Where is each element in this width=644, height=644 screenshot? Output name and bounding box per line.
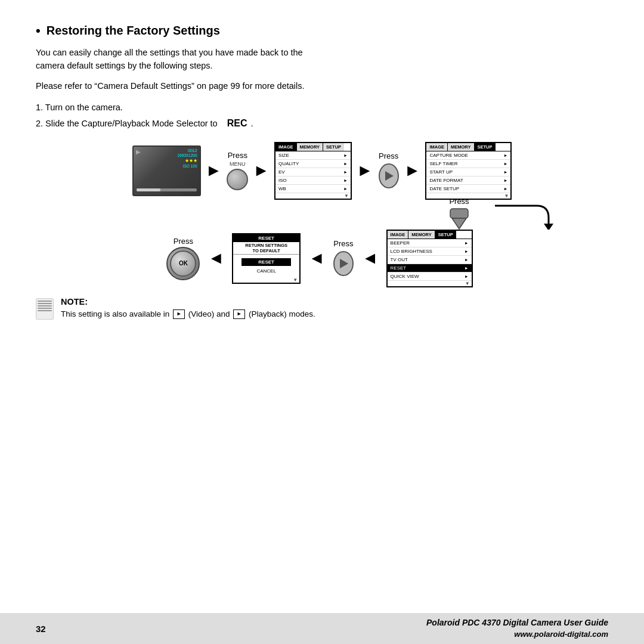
menu1-tab-image: IMAGE (275, 143, 297, 151)
arrow-right-1: ► (206, 162, 222, 179)
reset-title: RESET (233, 234, 299, 242)
diagram-row-1: ▶ 0012 1600X1200 ★★★ ISO 100 ► Press (54, 142, 590, 200)
arrow-right-4: ► (404, 162, 421, 179)
menu3-row-reset: RESET► (388, 264, 472, 273)
menu3-tab-setup: SETUP (435, 231, 456, 239)
menu2-row-startup: START UP► (426, 168, 510, 177)
refer-text: Please refer to “Camera Default Settings… (36, 81, 608, 91)
note-section: NOTE: This setting is also available in … (36, 297, 608, 320)
title-text: Restoring the Factory Settings (47, 24, 220, 38)
menu3-tab-memory: MEMORY (408, 231, 435, 239)
menu3-header: IMAGE MEMORY SETUP (388, 231, 472, 239)
press-nav-block-2: Press (333, 239, 354, 278)
footer-brand: Polaroid PDC 4370 Digital Camera User Gu… (426, 617, 608, 640)
arrow-right-2: ► (253, 162, 270, 179)
ok-button[interactable]: OK (170, 250, 196, 277)
reset-scroll: ▼ (233, 277, 299, 283)
page-content: • Restoring the Factory Settings You can… (0, 0, 644, 338)
playback-icon: ► (233, 309, 245, 319)
step-1: 1. Turn on the camera. (36, 100, 608, 115)
section-title: • Restoring the Factory Settings (36, 24, 608, 38)
video-icon: ► (173, 309, 185, 319)
menu-screen-3: IMAGE MEMORY SETUP BEEPER► LCD BRIGHTNES… (386, 230, 473, 287)
svg-marker-4 (544, 224, 553, 230)
reset-menu-screen: RESET RETURN SETTINGS TO DEFAULT RESET C… (232, 233, 301, 284)
diagram-row-2: IMAGE MEMORY SETUP BEEPER► LCD BRIGHTNES… (54, 230, 590, 287)
press-label-1: Press (379, 151, 398, 160)
connector-arrow-svg (489, 200, 561, 230)
footer: 32 Polaroid PDC 4370 Digital Camera User… (0, 613, 644, 644)
press-menu-label: Press (228, 151, 247, 160)
menu2-row-datesetup: DATE SETUP► (426, 185, 510, 193)
arrow-right-3: ► (357, 162, 373, 179)
camera-thumbnail: ▶ 0012 1600X1200 ★★★ ISO 100 (132, 145, 201, 196)
nav-right-icon-2 (333, 249, 354, 278)
press-down-label: Press (449, 197, 469, 206)
menu1-row-size: SIZE► (275, 151, 351, 160)
arrow-left-2: ◄ (308, 250, 325, 267)
press-nav-block-1: Press (378, 151, 400, 190)
reset-button[interactable]: RESET (242, 258, 290, 266)
svg-rect-2 (450, 209, 468, 218)
ok-button-outer[interactable]: OK (166, 247, 200, 280)
menu2-tab-setup: SETUP (475, 143, 496, 151)
menu1-row-quality: QUALITY► (275, 160, 351, 168)
menu1-scroll: ▼ (275, 193, 351, 199)
menu3-row-lcd: LCD BRIGHTNESS► (388, 247, 472, 256)
menu3-scroll: ▼ (388, 281, 472, 286)
menu1-row-wb: WB► (275, 185, 351, 193)
note-text: This setting is also available in ► (Vid… (61, 308, 315, 320)
menu1-tab-setup: SETUP (323, 143, 344, 151)
footer-page-number: 32 (36, 624, 46, 634)
press-label-2: Press (333, 239, 353, 248)
menu-screen-1: IMAGE MEMORY SETUP SIZE► QUALITY► EV► IS… (274, 142, 352, 200)
menu-button[interactable] (227, 169, 248, 190)
menu2-row-selftimer: SELF TIMER► (426, 160, 510, 168)
press-menu-sublabel: MENU (230, 161, 246, 167)
reset-subtitle: RETURN SETTINGS TO DEFAULT (233, 242, 299, 255)
arrow-left-3: ◄ (208, 250, 224, 267)
menu3-row-tvout: TV OUT► (388, 256, 472, 264)
diagram-area: ▶ 0012 1600X1200 ★★★ ISO 100 ► Press (54, 142, 590, 287)
menu-screen-2: IMAGE MEMORY SETUP CAPTURE MODE► SELF TI… (425, 142, 512, 200)
camera-info: 0012 1600X1200 ★★★ ISO 100 (177, 148, 197, 169)
note-content: NOTE: This setting is also available in … (61, 297, 315, 320)
arrow-left-1: ◄ (362, 250, 379, 267)
press-menu-block: Press MENU (227, 151, 248, 190)
nav-down-icon (441, 208, 477, 233)
nav-right-icon-1 (378, 162, 400, 190)
bullet-point: • (36, 24, 41, 38)
camera-bar (137, 188, 197, 191)
menu1-row-ev: EV► (275, 168, 351, 177)
menu2-row-capture: CAPTURE MODE► (426, 151, 510, 160)
menu2-tab-image: IMAGE (426, 143, 448, 151)
svg-marker-3 (452, 218, 466, 229)
step-2: 2. Slide the Capture/Playback Mode Selec… (36, 115, 608, 131)
menu2-tab-memory: MEMORY (448, 143, 474, 151)
menu3-tab-image: IMAGE (388, 231, 409, 239)
note-icon (36, 298, 54, 320)
note-title: NOTE: (61, 297, 88, 306)
intro-paragraph: You can easily change all the settings t… (36, 46, 608, 73)
connector-down-right: Press (54, 200, 590, 230)
press-ok-block: Press OK (166, 237, 200, 280)
menu1-row-iso: ISO► (275, 177, 351, 185)
menu2-header: IMAGE MEMORY SETUP (426, 143, 510, 151)
menu1-header: IMAGE MEMORY SETUP (275, 143, 351, 151)
camera-mode-icon: ▶ (136, 148, 141, 155)
cancel-button[interactable]: CANCEL (236, 267, 297, 275)
menu3-row-beeper: BEEPER► (388, 239, 472, 247)
press-label-3: Press (174, 237, 193, 246)
menu3-row-quickview: QUICK VIEW► (388, 273, 472, 281)
menu2-row-dateformat: DATE FORMAT► (426, 177, 510, 185)
menu1-tab-memory: MEMORY (297, 143, 323, 151)
steps-list: 1. Turn on the camera. 2. Slide the Capt… (36, 100, 608, 131)
